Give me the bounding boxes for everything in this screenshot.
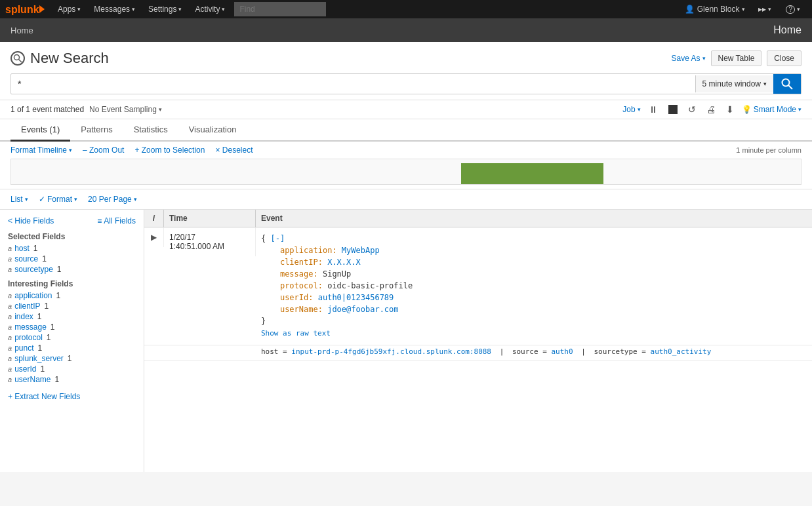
field-sourcetype-link[interactable]: sourcetype	[14, 265, 53, 274]
zoom-out-button[interactable]: – Zoom Out	[83, 146, 124, 155]
user-chevron-icon: ▾	[742, 6, 745, 12]
nav-apps[interactable]: Apps ▾	[51, 0, 87, 18]
field-message-link[interactable]: message	[14, 322, 47, 332]
save-as-button[interactable]: Save As ▾	[671, 54, 705, 63]
field-clientip-link[interactable]: clientIP	[14, 302, 40, 311]
field-username-val[interactable]: jdoe@foobar.com	[327, 305, 398, 314]
field-protocol-val: oidc-basic-profile	[327, 281, 413, 290]
job-button[interactable]: Job ▾	[622, 105, 640, 114]
format-chevron-icon: ▾	[74, 196, 77, 203]
hide-fields-button[interactable]: < Hide Fields	[8, 216, 54, 225]
field-application-link[interactable]: application	[14, 291, 52, 300]
field-splunk-server-link[interactable]: splunk_server	[14, 354, 64, 363]
field-index-link[interactable]: index	[14, 312, 33, 321]
bulb-icon: 💡	[742, 105, 752, 114]
breadcrumb-home[interactable]: Home	[10, 26, 33, 35]
close-button[interactable]: Close	[767, 50, 802, 66]
deselect-label: × Deselect	[215, 146, 253, 155]
field-host-link[interactable]: host	[14, 244, 30, 253]
format-dropdown-button[interactable]: ✓ Format ▾	[39, 195, 77, 204]
table-row: ▶ 1/20/17 1:40:51.000 AM { [-] applicati…	[144, 227, 812, 345]
print-icon: 🖨	[706, 104, 716, 115]
field-punct-link[interactable]: punct	[14, 343, 33, 353]
smart-mode-label: Smart Mode	[754, 105, 796, 114]
share-button[interactable]: ↺	[685, 103, 699, 116]
new-table-button[interactable]: New Table	[711, 50, 762, 66]
all-fields-button[interactable]: ≡ All Fields	[97, 216, 136, 225]
row-expand-toggle[interactable]: ▶	[144, 227, 164, 247]
field-message: a message 1	[8, 322, 136, 332]
field-userid-val[interactable]: auth0|0123456789	[318, 293, 394, 302]
close-label: Close	[774, 54, 794, 63]
meta-sep-1: |	[500, 347, 504, 356]
sampling-button[interactable]: No Event Sampling ▾	[89, 105, 162, 114]
meta-sep-2: |	[581, 347, 586, 356]
open-bracket: {	[261, 234, 270, 243]
show-raw-text-button[interactable]: Show as raw text	[261, 329, 331, 338]
field-protocol-link[interactable]: protocol	[14, 333, 43, 342]
deselect-button[interactable]: × Deselect	[215, 146, 253, 155]
find-input[interactable]	[234, 2, 326, 16]
nav-more[interactable]: ▸▸ ▾	[752, 0, 778, 18]
nav-user[interactable]: 👤 Glenn Block ▾	[680, 5, 751, 14]
meta-sourcetype-val[interactable]: auth0_activity	[651, 347, 712, 356]
field-clientip-key: clientIP:	[280, 258, 323, 267]
zoom-selection-label: + Zoom to Selection	[134, 146, 205, 155]
per-page-dropdown-button[interactable]: 20 Per Page ▾	[88, 195, 137, 204]
col-header-time: Time	[164, 210, 256, 227]
nav-messages-label: Messages	[94, 5, 130, 14]
fields-sidebar: < Hide Fields ≡ All Fields Selected Fiel…	[0, 210, 144, 472]
print-button[interactable]: 🖨	[704, 103, 718, 116]
splunk-logo[interactable]: splunk	[5, 3, 45, 16]
extract-fields-button[interactable]: + Extract New Fields	[8, 392, 136, 401]
field-userid: a userId 1	[8, 364, 136, 374]
svg-line-3	[19, 60, 22, 63]
pause-button[interactable]: ⏸	[646, 103, 660, 116]
save-as-label: Save As	[671, 54, 700, 63]
nav-messages[interactable]: Messages ▾	[87, 0, 142, 18]
meta-source-val[interactable]: auth0	[551, 347, 573, 356]
event-date: 1/20/17	[169, 233, 250, 242]
job-label: Job	[622, 105, 635, 114]
col-header-i: i	[144, 210, 164, 227]
tab-patterns[interactable]: Patterns	[70, 119, 123, 142]
search-input[interactable]	[11, 75, 695, 93]
field-splunk-server: a splunk_server 1	[8, 354, 136, 363]
field-clientip-val[interactable]: X.X.X.X	[327, 258, 361, 267]
timeline-controls: Format Timeline ▾ – Zoom Out + Zoom to S…	[10, 146, 802, 155]
field-username-link[interactable]: userName	[14, 375, 51, 384]
field-index: a index 1	[8, 312, 136, 321]
collapse-button[interactable]: [-]	[270, 234, 285, 243]
search-title-left: New Search	[10, 50, 109, 67]
smart-mode-chevron-icon: ▾	[798, 106, 802, 113]
tab-statistics[interactable]: Statistics	[123, 119, 178, 142]
more-icon: ▸▸	[758, 5, 766, 14]
nav-help[interactable]: ? ▾	[779, 0, 807, 18]
apps-chevron-icon: ▾	[77, 6, 81, 12]
top-nav: splunk Apps ▾ Messages ▾ Settings ▾ Acti…	[0, 0, 812, 18]
zoom-selection-button[interactable]: + Zoom to Selection	[134, 146, 205, 155]
sampling-label: No Event Sampling	[89, 105, 157, 114]
time-window-button[interactable]: 5 minute window ▾	[695, 75, 773, 92]
timeline-bar	[461, 163, 603, 184]
field-application-key: application:	[280, 246, 337, 255]
meta-host-val[interactable]: input-prd-p-4fgd6jb59xfj.cloud.splunk.co…	[291, 347, 491, 356]
search-execute-button[interactable]	[773, 74, 801, 94]
format-timeline-button[interactable]: Format Timeline ▾	[10, 146, 72, 155]
field-application-val[interactable]: MyWebApp	[342, 246, 380, 255]
stop-button[interactable]	[666, 104, 680, 115]
nav-activity[interactable]: Activity ▾	[188, 0, 232, 18]
tab-visualization[interactable]: Visualization	[178, 119, 247, 142]
smart-mode-button[interactable]: 💡 Smart Mode ▾	[742, 105, 802, 114]
field-source: a source 1	[8, 254, 136, 263]
export-icon: ⬇	[726, 104, 734, 115]
export-button[interactable]: ⬇	[723, 103, 737, 116]
field-source-link[interactable]: source	[14, 254, 38, 263]
field-userid-link[interactable]: userId	[14, 364, 36, 374]
tab-events[interactable]: Events (1)	[10, 119, 70, 142]
status-bar: 1 of 1 event matched No Event Sampling ▾…	[0, 100, 812, 119]
user-icon: 👤	[685, 5, 695, 14]
nav-settings[interactable]: Settings ▾	[142, 0, 188, 18]
list-dropdown-button[interactable]: List ▾	[10, 195, 28, 204]
timeline-area: Format Timeline ▾ – Zoom Out + Zoom to S…	[0, 142, 812, 189]
